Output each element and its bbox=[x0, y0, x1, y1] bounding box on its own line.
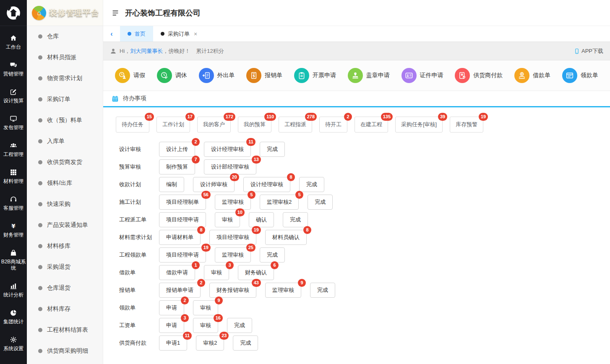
sidebar-item[interactable]: 入库单 bbox=[27, 131, 103, 152]
workflow-step-button[interactable]: 财务确认6 bbox=[238, 265, 274, 280]
workflow-step-button[interactable]: 监理审核25 bbox=[260, 195, 299, 210]
workflow-step-button[interactable]: 项目经理申请19 bbox=[159, 247, 206, 263]
sidebar-item[interactable]: 仓库退货 bbox=[27, 278, 103, 299]
workflow-step-button[interactable]: 完成 bbox=[299, 177, 324, 192]
workflow-step-button[interactable]: 项目经理制单56 bbox=[159, 195, 206, 210]
svg-text:¥: ¥ bbox=[11, 223, 16, 229]
rail-item-material[interactable]: 材料管理 bbox=[0, 164, 27, 189]
rail-item-project[interactable]: 工程管理 bbox=[0, 138, 27, 162]
quick-action-reimburse[interactable]: $报销单 bbox=[246, 68, 282, 83]
calendar-icon bbox=[112, 95, 123, 102]
workflow-step-button[interactable]: 项目经理审核19 bbox=[209, 230, 256, 245]
workflow-step-button[interactable]: 确认 bbox=[249, 212, 274, 227]
workflow-step-button[interactable]: 完成 bbox=[260, 247, 285, 263]
workflow-step-button[interactable]: 申请材料单8 bbox=[159, 230, 201, 245]
workflow-step-button[interactable]: 财务报销审核43 bbox=[209, 283, 256, 298]
svg-text:¥: ¥ bbox=[461, 73, 464, 77]
sidebar-item[interactable]: 收（预）料单 bbox=[27, 110, 103, 131]
stat-tab-to-start[interactable]: 待开工2 bbox=[319, 117, 347, 133]
quick-action-outgoing[interactable]: 外出单 bbox=[199, 68, 235, 83]
workflow-step-button[interactable]: 监理审核5 bbox=[215, 195, 251, 210]
quick-action-invoice[interactable]: 开票申请 bbox=[294, 68, 336, 83]
sidebar-item[interactable]: 领料/出库 bbox=[27, 173, 103, 194]
workflow-step-button[interactable]: 审核10 bbox=[215, 212, 240, 227]
sidebar-item[interactable]: 材料移库 bbox=[27, 236, 103, 257]
rail-item-design-budget[interactable]: 设计预算 bbox=[0, 84, 27, 108]
workflow-step-button[interactable]: 审核223 bbox=[196, 335, 224, 351]
quick-action-leave[interactable]: 请假 bbox=[115, 68, 145, 83]
sidebar-item[interactable]: 仓库 bbox=[27, 26, 103, 47]
rail-item-service[interactable]: 客服管理 bbox=[0, 191, 27, 216]
workflow-step-button[interactable]: 设计经理审核11 bbox=[204, 142, 251, 157]
stat-tab-work-plans[interactable]: 工作计划17 bbox=[156, 117, 190, 133]
workflow-step-button[interactable]: 制作预算7 bbox=[159, 159, 195, 174]
sidebar-item[interactable]: 快速采购 bbox=[27, 194, 103, 215]
workflow-step-button[interactable]: 监理审核25 bbox=[215, 247, 251, 263]
quick-action-cash[interactable]: 领款单 bbox=[562, 68, 598, 83]
tab-purchase-order[interactable]: 采购订单× bbox=[153, 26, 205, 42]
quick-action-supplier-pay[interactable]: ¥供货商付款 bbox=[455, 68, 503, 83]
workflow-step-button[interactable]: 审核3 bbox=[204, 265, 229, 280]
stat-tab-my-budgets[interactable]: 我的预算110 bbox=[238, 117, 271, 133]
sidebar-item[interactable]: 工程材料结算表 bbox=[27, 320, 103, 341]
svg-text:¥: ¥ bbox=[521, 73, 523, 76]
quick-action-certificate[interactable]: 证件申请 bbox=[401, 68, 443, 83]
sidebar-item[interactable]: 采购订单 bbox=[27, 89, 103, 110]
workflow-step-button[interactable]: 设计部经理审核13 bbox=[204, 159, 256, 174]
workflow-step-button[interactable]: 设计经理审核8 bbox=[243, 177, 290, 192]
sidebar-item[interactable]: 材料库存 bbox=[27, 299, 103, 320]
workflow-label: 设计审核 bbox=[119, 146, 159, 153]
bullet-icon bbox=[38, 34, 42, 39]
workflow-step-button[interactable]: 完成 bbox=[283, 212, 308, 227]
stat-tab-in-progress[interactable]: 在建工程135 bbox=[355, 117, 388, 133]
sidebar-item[interactable]: 采购退货 bbox=[27, 257, 103, 278]
workflow-step-button[interactable]: 申请2 bbox=[159, 300, 184, 315]
stat-tab-my-customers[interactable]: 我的客户172 bbox=[197, 117, 231, 133]
workflow-step-button[interactable]: 设计上传2 bbox=[159, 142, 195, 157]
workflow-step-button[interactable]: 完成 bbox=[260, 142, 285, 157]
rail-item-group-stats[interactable]: 集团统计 bbox=[0, 305, 27, 329]
workflow-step-button[interactable]: 设计师审核20 bbox=[193, 177, 235, 192]
workflow-step-button[interactable]: 完成 bbox=[233, 335, 258, 351]
tab-home[interactable]: 首页 bbox=[120, 26, 153, 42]
workflow-step-button[interactable]: 申请111 bbox=[159, 335, 187, 351]
sidebar-item[interactable]: 材料员指派 bbox=[27, 47, 103, 68]
sidebar-item[interactable]: 供货商采购明细 bbox=[27, 341, 103, 361]
close-icon[interactable]: × bbox=[194, 31, 197, 37]
workflow-step-button[interactable]: 审核16 bbox=[193, 318, 218, 333]
menu-toggle-icon[interactable] bbox=[112, 9, 119, 17]
rail-item-b2b-mall[interactable]: B2B商城系统 bbox=[0, 245, 27, 276]
workflow-step-button[interactable]: 监理审核9 bbox=[265, 283, 301, 298]
rail-item-marketing[interactable]: 营销管理 bbox=[0, 57, 27, 81]
quick-action-overtime[interactable]: 调休 bbox=[157, 68, 187, 83]
workflow-step-button[interactable]: 材料员确认8 bbox=[265, 230, 307, 245]
rail-item-stats[interactable]: 统计分析 bbox=[0, 278, 27, 302]
rail-item-finance[interactable]: ¥财务管理 bbox=[0, 218, 27, 242]
workflow-step-button[interactable]: 申请3 bbox=[159, 318, 184, 333]
app-download-link[interactable]: APP下载 bbox=[574, 47, 603, 55]
sidebar: ⌂ 装修管理平台 仓库材料员指派物资需求计划采购订单收（预）料单入库单收供货商发… bbox=[27, 0, 103, 364]
tabs-back-chevron-icon[interactable]: ‹ bbox=[103, 26, 120, 42]
workflow-step-button[interactable]: 项目经理申请 bbox=[159, 212, 206, 227]
rail-item-workbench[interactable]: 工作台 bbox=[0, 30, 27, 55]
quick-action-loan[interactable]: ¥借款单 bbox=[514, 68, 550, 83]
app-logo-icon[interactable] bbox=[0, 0, 27, 26]
sidebar-item[interactable]: 收供货商发货 bbox=[27, 152, 103, 173]
quick-action-stamp[interactable]: 盖章申请 bbox=[348, 68, 390, 83]
workflow-step-button[interactable]: 完成 bbox=[308, 195, 333, 210]
workflow-step-button[interactable]: 报销单申请2 bbox=[159, 283, 201, 298]
stat-tab-stock-warning[interactable]: 库存预警19 bbox=[450, 117, 483, 133]
rail-item-settings[interactable]: 系统设置 bbox=[0, 332, 27, 356]
workflow-step-button[interactable]: 编制 bbox=[159, 177, 184, 192]
workflow-step-button[interactable]: 审核9 bbox=[193, 300, 218, 315]
user-name-link[interactable]: 刘大同董事长 bbox=[130, 47, 163, 55]
rail-item-contract[interactable]: 发包管理 bbox=[0, 111, 27, 135]
sidebar-item[interactable]: 产品安装通知单 bbox=[27, 215, 103, 236]
workflow-step-button[interactable]: 完成 bbox=[227, 318, 252, 333]
stat-tab-purchase-review[interactable]: 采购任务[审核]39 bbox=[395, 117, 443, 133]
sidebar-item[interactable]: 物资需求计划 bbox=[27, 68, 103, 89]
workflow-step-button[interactable]: 借款申请1 bbox=[159, 265, 195, 280]
workflow-step-button[interactable]: 完成 bbox=[310, 283, 335, 298]
stat-tab-project-assign[interactable]: 工程指派278 bbox=[279, 117, 312, 133]
stat-tab-todo-tasks[interactable]: 待办任务15 bbox=[116, 117, 149, 133]
